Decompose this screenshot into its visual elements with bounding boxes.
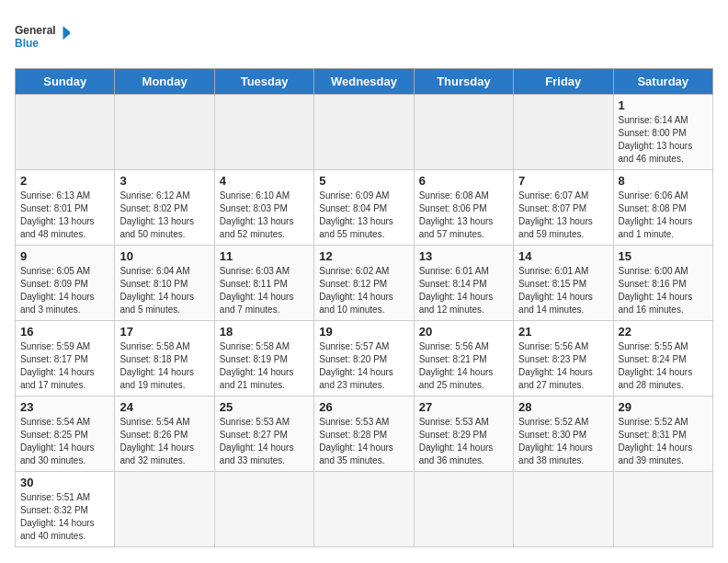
calendar-cell (314, 95, 414, 170)
calendar-cell: 13Sunrise: 6:01 AM Sunset: 8:14 PM Dayli… (414, 246, 513, 321)
calendar-cell: 17Sunrise: 5:58 AM Sunset: 8:18 PM Dayli… (115, 321, 214, 396)
day-number: 15 (619, 249, 708, 263)
day-info: Sunrise: 6:00 AM Sunset: 8:16 PM Dayligh… (619, 265, 708, 316)
day-number: 23 (20, 400, 109, 414)
day-number: 9 (20, 249, 109, 263)
weekday-header-thursday: Thursday (414, 69, 513, 95)
calendar-cell: 12Sunrise: 6:02 AM Sunset: 8:12 PM Dayli… (314, 246, 414, 321)
day-info: Sunrise: 5:54 AM Sunset: 8:26 PM Dayligh… (119, 416, 209, 467)
day-number: 28 (518, 400, 608, 414)
calendar-cell: 24Sunrise: 5:54 AM Sunset: 8:26 PM Dayli… (115, 396, 214, 472)
calendar-cell (414, 472, 513, 547)
calendar-cell: 26Sunrise: 5:53 AM Sunset: 8:28 PM Dayli… (314, 396, 414, 472)
calendar-cell: 14Sunrise: 6:01 AM Sunset: 8:15 PM Dayli… (514, 246, 613, 321)
day-number: 18 (220, 325, 309, 339)
day-info: Sunrise: 6:04 AM Sunset: 8:10 PM Dayligh… (119, 265, 209, 316)
calendar-cell: 15Sunrise: 6:00 AM Sunset: 8:16 PM Dayli… (613, 246, 712, 321)
day-info: Sunrise: 6:10 AM Sunset: 8:03 PM Dayligh… (220, 190, 309, 241)
calendar-cell (16, 95, 115, 170)
calendar-cell (115, 95, 214, 170)
calendar-week-row: 23Sunrise: 5:54 AM Sunset: 8:25 PM Dayli… (16, 396, 713, 472)
day-info: Sunrise: 6:13 AM Sunset: 8:01 PM Dayligh… (20, 190, 109, 241)
day-info: Sunrise: 6:07 AM Sunset: 8:07 PM Dayligh… (518, 190, 608, 241)
day-info: Sunrise: 6:02 AM Sunset: 8:12 PM Dayligh… (319, 265, 408, 316)
weekday-header-monday: Monday (115, 69, 214, 95)
day-info: Sunrise: 6:12 AM Sunset: 8:02 PM Dayligh… (119, 190, 209, 241)
day-info: Sunrise: 6:03 AM Sunset: 8:11 PM Dayligh… (220, 265, 309, 316)
calendar-week-row: 1Sunrise: 6:14 AM Sunset: 8:00 PM Daylig… (16, 95, 713, 170)
day-info: Sunrise: 5:51 AM Sunset: 8:32 PM Dayligh… (20, 491, 109, 543)
calendar-cell: 11Sunrise: 6:03 AM Sunset: 8:11 PM Dayli… (214, 246, 313, 321)
calendar-cell: 10Sunrise: 6:04 AM Sunset: 8:10 PM Dayli… (115, 246, 214, 321)
day-info: Sunrise: 6:09 AM Sunset: 8:04 PM Dayligh… (319, 190, 408, 241)
day-info: Sunrise: 5:55 AM Sunset: 8:24 PM Dayligh… (619, 340, 708, 392)
day-info: Sunrise: 5:54 AM Sunset: 8:25 PM Dayligh… (20, 416, 109, 467)
weekday-header-tuesday: Tuesday (214, 69, 313, 95)
calendar-cell (514, 95, 613, 170)
day-number: 22 (619, 325, 708, 339)
day-number: 3 (119, 174, 209, 188)
logo: General Blue (15, 15, 70, 61)
day-info: Sunrise: 5:52 AM Sunset: 8:30 PM Dayligh… (518, 416, 608, 467)
calendar-cell (314, 472, 414, 547)
day-info: Sunrise: 6:06 AM Sunset: 8:08 PM Dayligh… (619, 190, 708, 241)
calendar-cell: 21Sunrise: 5:56 AM Sunset: 8:23 PM Dayli… (514, 321, 613, 396)
day-number: 7 (518, 174, 608, 188)
day-number: 10 (119, 249, 209, 263)
day-number: 20 (419, 325, 508, 339)
day-number: 8 (619, 174, 708, 188)
day-number: 24 (119, 400, 209, 414)
svg-marker-2 (63, 26, 71, 40)
calendar-cell: 28Sunrise: 5:52 AM Sunset: 8:30 PM Dayli… (514, 396, 613, 472)
calendar-cell: 7Sunrise: 6:07 AM Sunset: 8:07 PM Daylig… (514, 170, 613, 246)
calendar-table: SundayMondayTuesdayWednesdayThursdayFrid… (15, 68, 713, 547)
day-number: 17 (119, 325, 209, 339)
calendar-cell: 2Sunrise: 6:13 AM Sunset: 8:01 PM Daylig… (16, 170, 115, 246)
day-number: 21 (518, 325, 608, 339)
day-number: 14 (518, 249, 608, 263)
calendar-cell (115, 472, 214, 547)
weekday-header-wednesday: Wednesday (314, 69, 414, 95)
calendar-cell: 1Sunrise: 6:14 AM Sunset: 8:00 PM Daylig… (613, 95, 712, 170)
svg-text:General: General (15, 24, 56, 37)
day-info: Sunrise: 5:58 AM Sunset: 8:18 PM Dayligh… (119, 340, 209, 392)
calendar-cell: 9Sunrise: 6:05 AM Sunset: 8:09 PM Daylig… (16, 246, 115, 321)
calendar-cell (514, 472, 613, 547)
day-info: Sunrise: 6:08 AM Sunset: 8:06 PM Dayligh… (419, 190, 508, 241)
svg-text:Blue: Blue (15, 37, 39, 50)
day-info: Sunrise: 5:52 AM Sunset: 8:31 PM Dayligh… (619, 416, 708, 467)
calendar-cell: 30Sunrise: 5:51 AM Sunset: 8:32 PM Dayli… (16, 472, 115, 547)
day-number: 5 (319, 174, 408, 188)
day-number: 12 (319, 249, 408, 263)
day-number: 2 (20, 174, 109, 188)
day-info: Sunrise: 5:59 AM Sunset: 8:17 PM Dayligh… (20, 340, 109, 392)
day-number: 1 (619, 98, 708, 112)
calendar-cell (613, 472, 712, 547)
calendar-cell: 25Sunrise: 5:53 AM Sunset: 8:27 PM Dayli… (214, 396, 313, 472)
day-info: Sunrise: 5:53 AM Sunset: 8:29 PM Dayligh… (419, 416, 508, 467)
weekday-header-friday: Friday (514, 69, 613, 95)
day-info: Sunrise: 6:01 AM Sunset: 8:15 PM Dayligh… (518, 265, 608, 316)
calendar-cell: 23Sunrise: 5:54 AM Sunset: 8:25 PM Dayli… (16, 396, 115, 472)
day-info: Sunrise: 5:53 AM Sunset: 8:27 PM Dayligh… (220, 416, 309, 467)
day-number: 13 (419, 249, 508, 263)
day-info: Sunrise: 6:05 AM Sunset: 8:09 PM Dayligh… (20, 265, 109, 316)
day-info: Sunrise: 6:14 AM Sunset: 8:00 PM Dayligh… (619, 114, 708, 166)
day-info: Sunrise: 5:56 AM Sunset: 8:23 PM Dayligh… (518, 340, 608, 392)
day-number: 6 (419, 174, 508, 188)
day-number: 30 (20, 476, 109, 489)
day-info: Sunrise: 5:57 AM Sunset: 8:20 PM Dayligh… (319, 340, 408, 392)
calendar-cell: 3Sunrise: 6:12 AM Sunset: 8:02 PM Daylig… (115, 170, 214, 246)
calendar-cell (214, 472, 313, 547)
weekday-header-row: SundayMondayTuesdayWednesdayThursdayFrid… (16, 69, 713, 95)
calendar-week-row: 30Sunrise: 5:51 AM Sunset: 8:32 PM Dayli… (16, 472, 713, 547)
day-number: 27 (419, 400, 508, 414)
calendar-cell: 4Sunrise: 6:10 AM Sunset: 8:03 PM Daylig… (214, 170, 313, 246)
day-number: 25 (220, 400, 309, 414)
header: General Blue (15, 15, 713, 61)
calendar-cell (414, 95, 513, 170)
calendar-week-row: 2Sunrise: 6:13 AM Sunset: 8:01 PM Daylig… (16, 170, 713, 246)
day-number: 29 (619, 400, 708, 414)
day-number: 26 (319, 400, 408, 414)
calendar-cell: 16Sunrise: 5:59 AM Sunset: 8:17 PM Dayli… (16, 321, 115, 396)
